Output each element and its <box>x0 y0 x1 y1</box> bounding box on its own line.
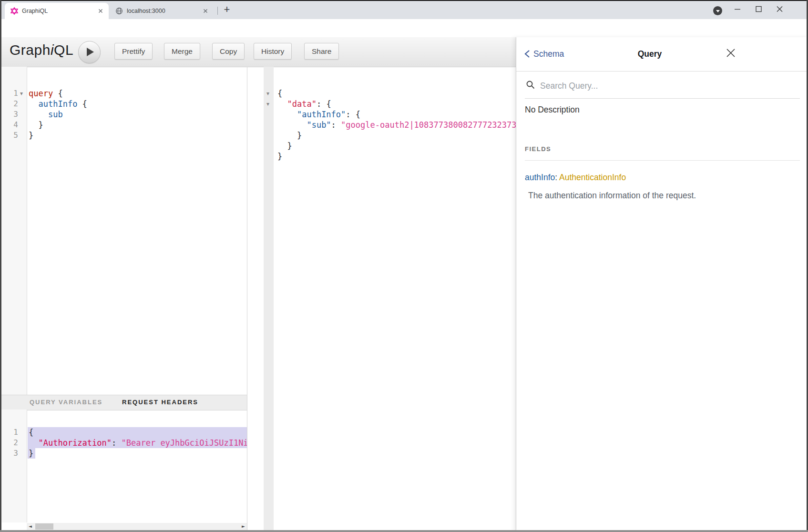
scroll-right-icon[interactable]: ► <box>240 523 247 530</box>
code-line: 4 } <box>0 120 247 130</box>
code-token: } <box>277 131 302 140</box>
code-token: query <box>29 89 58 98</box>
code-line: 3} <box>0 448 247 459</box>
tab-separator <box>217 7 218 15</box>
docs-field-item: authInfo: AuthenticationInfo <box>525 173 626 183</box>
docs-no-description: No Description <box>525 105 580 115</box>
window-frame <box>0 0 1 532</box>
request-headers-editor[interactable]: 1{2 "Authorization": "Bearer eyJhbGciOiJ… <box>0 409 247 522</box>
horizontal-scrollbar[interactable]: ◄ ► <box>27 523 247 530</box>
tab-query-variables[interactable]: QUERY VARIABLES <box>30 395 102 409</box>
code-token: { <box>29 428 33 437</box>
chrome-update-indicator-icon[interactable] <box>713 6 722 15</box>
code-line: ▾{ <box>247 88 516 99</box>
code-token: : <box>331 120 341 130</box>
line-number: 3 <box>0 109 18 120</box>
docs-search <box>525 74 800 99</box>
code-token: sub <box>48 110 63 119</box>
line-number: 5 <box>0 130 18 141</box>
code-token: } <box>277 141 292 151</box>
tab-close-icon[interactable] <box>202 8 209 14</box>
graphiql-topbar: GraphiQL Prettify Merge Copy History Sha… <box>0 37 516 67</box>
fold-arrow-icon[interactable]: ▾ <box>266 99 269 109</box>
play-icon <box>87 48 94 56</box>
docs-close-icon[interactable] <box>725 47 737 60</box>
line-number: 2 <box>0 99 18 109</box>
globe-icon <box>115 7 123 15</box>
code-token: } <box>29 131 33 140</box>
minimize-button[interactable] <box>731 3 744 15</box>
result-viewer[interactable]: ▾{▾ "data": { "authInfo": { "sub": "goog… <box>247 67 516 532</box>
code-token: "Authorization" <box>38 438 112 448</box>
tab-localhost[interactable]: localhost:3000 <box>110 3 214 19</box>
text-selection <box>28 427 247 438</box>
tab-request-headers[interactable]: REQUEST HEADERS <box>122 395 198 409</box>
code-line: "authInfo": { <box>247 109 516 120</box>
code-token: { <box>58 89 62 98</box>
tab-graphiql[interactable]: GraphiQL <box>5 3 109 19</box>
line-number: 3 <box>0 448 18 459</box>
tab-strip: GraphiQL localhost:3000 + <box>0 0 808 19</box>
docs-fields-divider <box>525 160 800 161</box>
tab-close-icon[interactable] <box>97 8 104 14</box>
variables-tab-bar: QUERY VARIABLES REQUEST HEADERS <box>0 395 247 410</box>
code-token: "authInfo" <box>297 110 346 119</box>
history-button[interactable]: History <box>254 43 292 60</box>
scroll-left-icon[interactable]: ◄ <box>27 523 34 530</box>
execute-query-button[interactable] <box>78 41 101 63</box>
docs-title: Query <box>516 47 783 61</box>
line-number: 4 <box>0 120 18 130</box>
maximize-button[interactable] <box>752 3 765 15</box>
doc-explorer-panel: Schema Query No Description FIELDS authI… <box>516 37 808 532</box>
code-token: "data" <box>287 99 316 109</box>
line-number: 2 <box>0 438 18 448</box>
tab-title: GraphiQL <box>22 3 48 19</box>
share-button[interactable]: Share <box>304 43 339 60</box>
code-line: 2 "Authorization": "Bearer eyJhbGciOiJSU… <box>0 438 247 448</box>
code-token: "google-oauth2|108377380082777232373" <box>341 120 516 130</box>
code-token <box>277 110 297 119</box>
graphiql-favicon-icon <box>10 7 18 15</box>
code-line: 1▾query { <box>0 88 247 99</box>
window-frame <box>0 0 808 1</box>
address-bar-row: localhost:3000 UO P Tp L Aktualisieren ⋮ <box>0 19 808 38</box>
code-line: 2 authInfo { <box>0 99 247 109</box>
code-token <box>29 99 38 109</box>
search-icon <box>526 80 535 90</box>
code-line: 5} <box>0 130 247 141</box>
docs-header-divider <box>516 71 808 72</box>
code-token: { <box>277 89 282 98</box>
scrollbar-thumb[interactable] <box>35 523 53 530</box>
merge-button[interactable]: Merge <box>164 43 200 60</box>
field-name-link[interactable]: authInfo <box>525 173 555 182</box>
code-token: : { <box>346 110 360 119</box>
new-tab-button[interactable]: + <box>220 2 234 17</box>
code-line: "sub": "google-oauth2|108377380082777232… <box>247 120 516 130</box>
code-token <box>277 99 287 109</box>
code-line: 3 sub <box>0 109 247 120</box>
code-token <box>277 120 307 130</box>
query-editor[interactable]: 1▾query {2 authInfo {3 sub4 }5} <box>0 67 247 395</box>
prettify-button[interactable]: Prettify <box>114 43 153 60</box>
window-frame <box>0 530 808 532</box>
code-token: : { <box>317 99 331 109</box>
browser-window: GraphiQL localhost:3000 + <box>0 0 808 532</box>
code-token <box>29 110 48 119</box>
docs-field-description: The authentication information of the re… <box>528 191 696 201</box>
code-token <box>29 438 38 448</box>
graphiql-logo: GraphiQL <box>10 42 73 58</box>
tab-title: localhost:3000 <box>127 3 165 19</box>
fold-arrow-icon[interactable]: ▾ <box>266 88 269 99</box>
copy-button[interactable]: Copy <box>212 43 245 60</box>
code-line: } <box>247 130 516 141</box>
window-close-button[interactable] <box>773 3 786 15</box>
code-token: } <box>277 152 282 161</box>
code-token: } <box>29 449 33 458</box>
code-line: 1{ <box>0 427 247 438</box>
docs-search-input[interactable] <box>539 77 789 94</box>
fold-arrow-icon[interactable]: ▾ <box>20 88 23 99</box>
code-line: } <box>247 151 516 162</box>
field-type-link[interactable]: AuthenticationInfo <box>559 173 626 182</box>
line-number: 1 <box>0 427 18 438</box>
docs-fields-heading: FIELDS <box>525 145 551 153</box>
